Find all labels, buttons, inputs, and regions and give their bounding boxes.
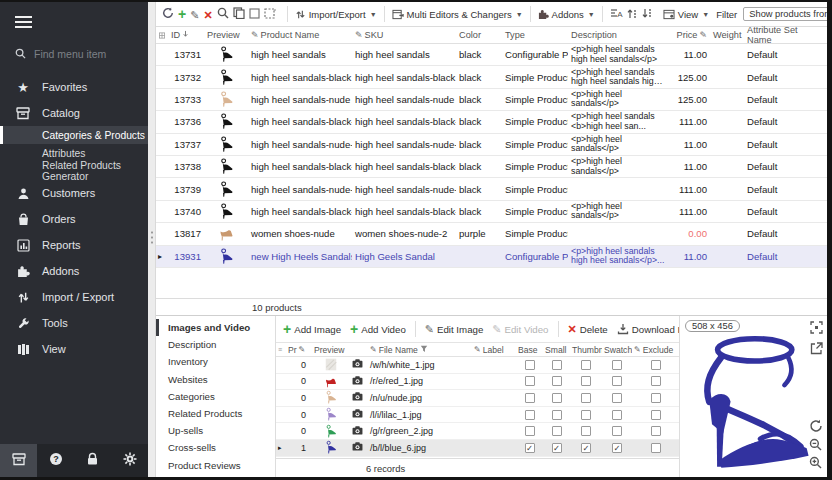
product-row-13731[interactable]: 13731high heel sandalshigh heel sandalsb… bbox=[156, 44, 827, 66]
column-header-id[interactable]: ID bbox=[168, 30, 204, 40]
select-all-header[interactable] bbox=[156, 32, 168, 39]
import-export-button[interactable]: Import/Export▼ bbox=[295, 9, 377, 20]
base-checkbox[interactable] bbox=[525, 426, 535, 436]
base-checkbox[interactable] bbox=[525, 393, 535, 403]
copy-button[interactable] bbox=[233, 7, 245, 19]
product-row-13736[interactable]: 13736high heel sandals-black-36high heel… bbox=[156, 111, 827, 133]
sidebar-item-categories-products[interactable]: Categories & Products bbox=[0, 126, 148, 144]
sidebar-item-import-export[interactable]: Import / Export bbox=[0, 284, 148, 310]
tab-categories[interactable]: Categories bbox=[156, 388, 275, 405]
base-checkbox[interactable] bbox=[525, 410, 535, 420]
sidebar-item-favorites[interactable]: ★Favorites bbox=[0, 74, 148, 100]
add-button[interactable]: + bbox=[178, 7, 186, 21]
small-checkbox[interactable] bbox=[552, 360, 562, 370]
tab-product-reviews[interactable]: Product Reviews bbox=[156, 457, 275, 474]
image-column-header-file_name[interactable]: ✎File Name bbox=[368, 345, 472, 355]
thumbnail-checkbox[interactable] bbox=[581, 410, 591, 420]
tab-images-and-video[interactable]: Images and Video bbox=[156, 319, 275, 336]
base-checkbox[interactable] bbox=[525, 376, 535, 386]
refresh-button[interactable] bbox=[162, 7, 174, 19]
swatch-checkbox[interactable]: ✓ bbox=[612, 443, 622, 453]
open-external-icon[interactable] bbox=[810, 342, 823, 355]
small-checkbox[interactable] bbox=[552, 393, 562, 403]
exclude-checkbox[interactable] bbox=[651, 360, 661, 370]
thumbnail-checkbox[interactable] bbox=[581, 376, 591, 386]
thumbnail-checkbox[interactable] bbox=[581, 426, 591, 436]
image-row-2[interactable]: 0/r/e/red_1.jpg bbox=[276, 374, 679, 391]
exclude-checkbox[interactable] bbox=[651, 443, 661, 453]
swatch-checkbox[interactable] bbox=[612, 393, 622, 403]
zoom-out-icon[interactable] bbox=[809, 438, 823, 451]
sidebar-item-customers[interactable]: Customers bbox=[0, 180, 148, 206]
image-column-header-preview[interactable]: Preview bbox=[312, 345, 350, 355]
thumbnail-checkbox[interactable] bbox=[581, 360, 591, 370]
column-header-preview[interactable]: Preview bbox=[204, 30, 248, 40]
exclude-checkbox[interactable] bbox=[651, 410, 661, 420]
sidebar-item-catalog[interactable]: Catalog bbox=[0, 100, 148, 126]
product-row-13732[interactable]: 13732high heel sandals-blackhigh heel sa… bbox=[156, 66, 827, 88]
column-header-sku[interactable]: ✎SKU bbox=[352, 30, 456, 40]
image-row-4[interactable]: 0/l/i/lilac_1.jpg bbox=[276, 407, 679, 424]
hamburger-menu-icon[interactable] bbox=[0, 2, 148, 38]
small-checkbox[interactable] bbox=[552, 410, 562, 420]
column-header-attribute_set[interactable]: Attribute Set Name bbox=[744, 25, 827, 45]
zoom-in-icon[interactable] bbox=[809, 456, 823, 469]
image-column-header-base[interactable]: Base bbox=[516, 345, 543, 355]
image-row-5[interactable]: 0/g/r/green_2.jpg bbox=[276, 423, 679, 440]
bottom-bar-settings-button[interactable] bbox=[111, 444, 148, 477]
addons-button[interactable]: Addons▼ bbox=[538, 9, 595, 20]
search-button[interactable] bbox=[217, 7, 229, 19]
rotate-icon[interactable] bbox=[809, 419, 823, 433]
base-checkbox[interactable]: ✓ bbox=[525, 443, 535, 453]
bottom-bar-store-button[interactable] bbox=[0, 444, 37, 477]
image-column-header-position[interactable]: Pr✎ bbox=[286, 345, 312, 355]
sidebar-item-tools[interactable]: Tools bbox=[0, 310, 148, 336]
image-row-6[interactable]: ▸1/b/l/blue_6.jpg✓✓✓✓ bbox=[276, 440, 679, 457]
exclude-checkbox[interactable] bbox=[651, 376, 661, 386]
edit-image-button[interactable]: ✎Edit Image bbox=[425, 323, 484, 336]
swatch-checkbox[interactable] bbox=[612, 410, 622, 420]
image-column-header-swatch[interactable]: Swatch bbox=[602, 345, 632, 355]
product-row-13739[interactable]: 13739high heel sandals-nude-37high heel … bbox=[156, 178, 827, 200]
product-row-13737[interactable]: 13737high heel sandals-nude-36high heel … bbox=[156, 134, 827, 156]
delete-button[interactable]: ✕ bbox=[203, 9, 212, 22]
sidebar-splitter[interactable] bbox=[148, 2, 156, 477]
column-header-name[interactable]: ✎Product Name bbox=[248, 30, 352, 40]
column-header-type[interactable]: Type bbox=[502, 30, 568, 40]
tab-related-products[interactable]: Related Products bbox=[156, 405, 275, 422]
fit-to-size-icon[interactable] bbox=[810, 321, 823, 334]
sidebar-item-view[interactable]: View bbox=[0, 336, 148, 362]
multi-editors-button[interactable]: Multi Editors & Changers▼ bbox=[392, 9, 523, 20]
sort-text-button[interactable]: A bbox=[610, 8, 623, 19]
checkbox-button[interactable] bbox=[249, 8, 260, 19]
menu-search-input[interactable] bbox=[34, 48, 133, 60]
image-column-header-label[interactable]: ✎Label bbox=[472, 345, 516, 355]
product-row-13931[interactable]: ▸13931new High Heels SandalsHigh Geels S… bbox=[156, 246, 827, 268]
sidebar-item-reports[interactable]: Reports bbox=[0, 232, 148, 258]
small-checkbox[interactable] bbox=[552, 376, 562, 386]
filter-dropdown[interactable]: Show products from selected categories▼ bbox=[743, 7, 827, 21]
product-row-13733[interactable]: 13733high heel sandals-nudehigh heel san… bbox=[156, 89, 827, 111]
tab-cross-sells[interactable]: Cross-sells bbox=[156, 439, 275, 456]
add-video-button[interactable]: +Add Video bbox=[350, 322, 406, 336]
small-checkbox[interactable]: ✓ bbox=[552, 443, 562, 453]
sidebar-item-addons[interactable]: Addons bbox=[0, 258, 148, 284]
product-row-13738[interactable]: 13738high heel sandals-black-37high heel… bbox=[156, 156, 827, 178]
thumbnail-checkbox[interactable]: ✓ bbox=[581, 443, 591, 453]
base-checkbox[interactable] bbox=[525, 360, 535, 370]
bottom-bar-help-button[interactable]: ? bbox=[37, 444, 74, 477]
image-column-header-exclude[interactable]: ✎Exclude bbox=[632, 345, 679, 355]
tab-websites[interactable]: Websites bbox=[156, 371, 275, 388]
small-checkbox[interactable] bbox=[552, 426, 562, 436]
expand-rows-button[interactable] bbox=[626, 8, 638, 19]
product-row-13817[interactable]: 13817women shoes-nudewomen shoes-nude-2p… bbox=[156, 223, 827, 245]
tab-up-sells[interactable]: Up-sells bbox=[156, 422, 275, 439]
swatch-checkbox[interactable] bbox=[612, 376, 622, 386]
add-image-button[interactable]: +Add Image bbox=[283, 322, 341, 336]
view-button[interactable]: View▼ bbox=[663, 9, 709, 20]
edit-button[interactable]: ✎ bbox=[190, 9, 199, 22]
tab-inventory[interactable]: Inventory bbox=[156, 353, 275, 370]
sidebar-item-related-products-generator[interactable]: Related Products Generator bbox=[0, 162, 148, 180]
swatch-checkbox[interactable] bbox=[612, 360, 622, 370]
thumbnail-checkbox[interactable] bbox=[581, 393, 591, 403]
